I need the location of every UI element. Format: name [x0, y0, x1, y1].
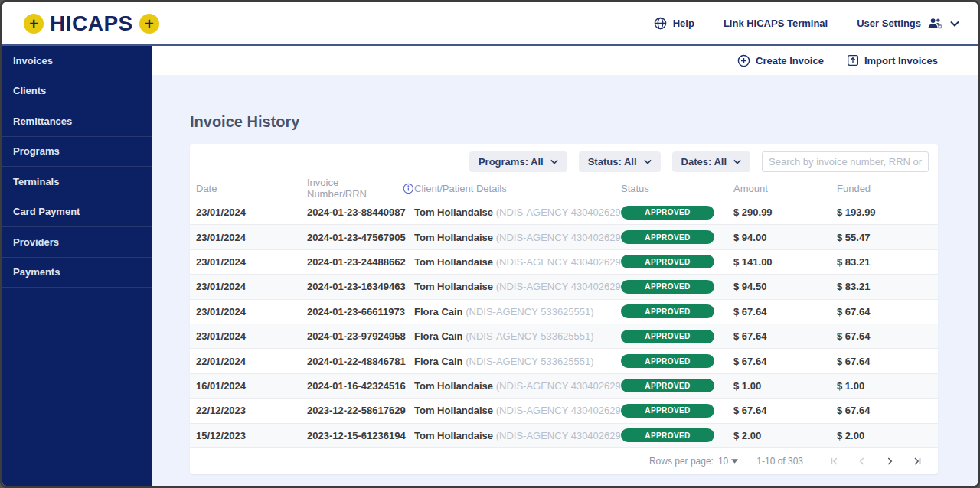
sidebar-item-label: Clients — [13, 85, 46, 96]
client-agency: (NDIS-AGENCY 430402629) — [496, 405, 621, 416]
pagination-range: 1-10 of 303 — [756, 456, 803, 467]
table-row[interactable]: 23/01/2024 2024-01-23-97924958 Flora Cai… — [190, 324, 938, 349]
last-page-icon — [912, 456, 923, 467]
cell-status: APPROVED — [621, 304, 733, 318]
logo-plus-icon: + — [24, 14, 44, 34]
help-link[interactable]: Help — [654, 17, 694, 30]
cell-status: APPROVED — [621, 330, 733, 343]
cell-date: 23/01/2024 — [196, 207, 307, 218]
import-invoices-button[interactable]: Import Invoices — [847, 54, 938, 67]
top-header: + HICAPS + Help Link HICAPS Terminal Use… — [2, 2, 978, 46]
cell-client-details: Tom Hollandaise (NDIS-AGENCY 430402629) — [414, 380, 621, 392]
cell-amount: $ 67.64 — [733, 330, 837, 342]
globe-icon — [654, 17, 667, 30]
table-row[interactable]: 23/01/2024 2024-01-23-47567905 Tom Holla… — [190, 225, 938, 249]
page-content: Invoice History Programs: All Status: Al… — [152, 75, 978, 486]
client-agency: (NDIS-AGENCY 430402629) — [496, 256, 621, 268]
sidebar-item-invoices[interactable]: Invoices — [2, 46, 152, 76]
first-page-button[interactable] — [825, 451, 844, 471]
hicaps-logo: + HICAPS + — [24, 11, 159, 36]
cell-amount: $ 141.00 — [733, 256, 837, 268]
search-input[interactable] — [762, 151, 929, 172]
cell-invoice-number: 2024-01-23-66611973 — [307, 306, 414, 317]
cell-client-details: Tom Hollandaise (NDIS-AGENCY 430402629) — [414, 232, 621, 243]
client-agency: (NDIS-AGENCY 430402629) — [496, 380, 621, 392]
cell-amount: $ 94.50 — [733, 281, 837, 292]
link-terminal-label: Link HICAPS Terminal — [724, 18, 828, 29]
client-name: Tom Hollandaise — [414, 256, 493, 268]
table-row[interactable]: 23/01/2024 2024-01-23-16349463 Tom Holla… — [190, 275, 938, 299]
last-page-button[interactable] — [907, 451, 927, 471]
cell-amount: $ 67.64 — [733, 405, 837, 416]
info-icon[interactable] — [403, 183, 414, 194]
sidebar-item-programs[interactable]: Programs — [2, 137, 152, 168]
sidebar-item-card-payment[interactable]: Card Payment — [2, 197, 152, 228]
programs-filter-label: Programs: All — [479, 156, 544, 168]
create-invoice-button[interactable]: Create Invoice — [737, 54, 824, 67]
chevron-left-icon — [857, 456, 867, 467]
status-filter-label: Status: All — [588, 156, 637, 168]
cell-invoice-number: 2024-01-16-42324516 — [307, 380, 414, 392]
cell-funded: $ 55.47 — [837, 232, 932, 243]
cell-invoice-number: 2024-01-22-48846781 — [307, 356, 414, 367]
cell-funded: $ 67.64 — [837, 306, 932, 317]
import-invoices-label: Import Invoices — [864, 55, 938, 67]
sidebar-nav: Invoices Clients Remittances Programs Te… — [2, 46, 152, 486]
dates-filter-dropdown[interactable]: Dates: All — [672, 151, 750, 172]
user-settings-menu[interactable]: User Settings — [857, 17, 959, 30]
col-header-funded: Funded — [837, 183, 932, 194]
sidebar-item-providers[interactable]: Providers — [2, 227, 152, 258]
help-label: Help — [673, 18, 694, 29]
client-name: Flora Cain — [414, 306, 463, 317]
rows-per-page-control[interactable]: Rows per page: 10 — [649, 456, 738, 467]
previous-page-button[interactable] — [852, 451, 872, 471]
app-window: + HICAPS + Help Link HICAPS Terminal Use… — [0, 0, 980, 488]
cell-funded: $ 67.64 — [837, 330, 932, 342]
sidebar-item-payments[interactable]: Payments — [2, 258, 152, 288]
client-agency: (NDIS-AGENCY 533625551) — [466, 330, 593, 342]
table-body: 23/01/2024 2024-01-23-88440987 Tom Holla… — [190, 200, 938, 448]
table-row[interactable]: 15/12/2023 2023-12-15-61236194 Tom Holla… — [190, 424, 938, 448]
table-row[interactable]: 16/01/2024 2024-01-16-42324516 Tom Holla… — [190, 374, 938, 399]
cell-date: 16/01/2024 — [196, 380, 307, 392]
table-row[interactable]: 22/01/2024 2024-01-22-48846781 Flora Cai… — [190, 349, 938, 373]
first-page-icon — [829, 456, 840, 467]
cell-invoice-number: 2024-01-23-16349463 — [307, 281, 414, 292]
client-name: Flora Cain — [414, 356, 463, 367]
table-row[interactable]: 23/01/2024 2024-01-23-24488662 Tom Holla… — [190, 250, 938, 275]
cell-amount: $ 2.00 — [733, 430, 837, 441]
cell-funded: $ 83.21 — [837, 281, 932, 292]
invoice-history-card: Programs: All Status: All Dates: All — [190, 144, 938, 474]
col-header-status: Status — [621, 183, 733, 194]
cell-date: 15/12/2023 — [196, 430, 307, 441]
circle-plus-icon — [737, 54, 750, 67]
chevron-down-icon — [733, 159, 741, 164]
create-invoice-label: Create Invoice — [756, 55, 824, 67]
cell-date: 22/01/2024 — [196, 356, 307, 367]
cell-funded: $ 83.21 — [837, 256, 932, 268]
cell-invoice-number: 2024-01-23-97924958 — [307, 330, 414, 342]
cell-amount: $ 94.00 — [733, 232, 837, 243]
col-header-date: Date — [196, 183, 307, 194]
cell-client-details: Tom Hollandaise (NDIS-AGENCY 430402629) — [414, 256, 621, 268]
client-name: Tom Hollandaise — [414, 207, 493, 218]
cell-status: APPROVED — [621, 230, 733, 244]
cell-date: 23/01/2024 — [196, 330, 307, 342]
sidebar-item-terminals[interactable]: Terminals — [2, 167, 152, 197]
next-page-button[interactable] — [880, 451, 900, 471]
cell-status: APPROVED — [621, 255, 733, 268]
sidebar-item-label: Card Payment — [13, 206, 80, 217]
table-row[interactable]: 23/01/2024 2024-01-23-88440987 Tom Holla… — [190, 200, 938, 225]
table-row[interactable]: 23/01/2024 2024-01-23-66611973 Flora Cai… — [190, 300, 938, 324]
dates-filter-label: Dates: All — [681, 156, 727, 168]
sidebar-item-remittances[interactable]: Remittances — [2, 106, 152, 137]
client-name: Flora Cain — [414, 330, 463, 342]
table-row[interactable]: 22/12/2023 2023-12-22-58617629 Tom Holla… — [190, 399, 938, 423]
chevron-right-icon — [884, 456, 895, 467]
sidebar-item-clients[interactable]: Clients — [2, 76, 152, 107]
status-filter-dropdown[interactable]: Status: All — [579, 151, 661, 172]
upload-icon — [847, 54, 859, 67]
programs-filter-dropdown[interactable]: Programs: All — [469, 151, 567, 172]
link-hicaps-terminal[interactable]: Link HICAPS Terminal — [724, 18, 828, 29]
cell-invoice-number: 2023-12-22-58617629 — [307, 405, 414, 416]
